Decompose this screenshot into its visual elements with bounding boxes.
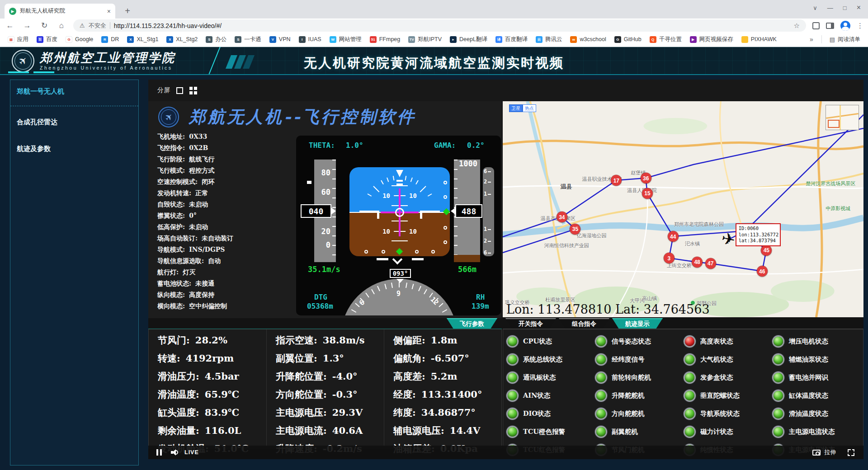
- bookmark-item[interactable]: 译 百度翻译: [492, 34, 531, 45]
- waypoint-marker[interactable]: 47: [705, 258, 716, 268]
- status-column-1: CPU状态系统总线状态通讯板状态AIN状态DIO状态TCU橙色报警TCU红色报警: [508, 332, 596, 448]
- waypoint-marker[interactable]: 45: [761, 245, 772, 255]
- single-view-icon[interactable]: [176, 87, 183, 94]
- home-icon[interactable]: ⌂: [56, 21, 67, 30]
- flight-status-row: 飞行阶段:航线飞行: [157, 155, 293, 167]
- bookmark-item[interactable]: 51 FFmpeg: [367, 35, 404, 44]
- snapshot-icon[interactable]: [812, 450, 821, 456]
- bookmark-item[interactable]: X XL_Stg2: [163, 35, 201, 44]
- overview-minimap[interactable]: [826, 105, 859, 130]
- browser-menu-icon[interactable]: ⋮: [857, 22, 863, 30]
- bookmark-item[interactable]: W 网站管理: [326, 34, 365, 45]
- waypoint-marker[interactable]: 36: [641, 173, 651, 183]
- led-indicator-icon: [508, 337, 517, 346]
- bookmark-item[interactable]: ▦ 应用: [5, 34, 32, 45]
- bookmarks-overflow-icon[interactable]: »: [806, 36, 817, 43]
- map-place-label: 上街立交桥: [667, 262, 692, 269]
- command-tab[interactable]: 航迹显示: [612, 318, 663, 329]
- waypoint-marker[interactable]: 17: [611, 175, 622, 186]
- telemetry-panel: 节风门:28.2%转速:4192rpm滑油压力:4.5bar滑油温度:65.9℃…: [148, 329, 502, 448]
- bookmark-item[interactable]: PIXHAWK: [738, 35, 780, 44]
- telemetry-column-1: 节风门:28.2%转速:4192rpm滑油压力:4.5bar滑油温度:65.9℃…: [149, 329, 266, 448]
- waypoint-marker[interactable]: 35: [570, 224, 580, 234]
- map-place-label: 亿海湿地公园: [577, 232, 607, 239]
- sidebar-item[interactable]: 合成孔径雷达: [10, 106, 138, 133]
- telemetry-row: 纬度:34.86877°: [393, 406, 501, 424]
- tab-close-icon[interactable]: ×: [107, 8, 111, 15]
- bookmark-item[interactable]: S 办公: [203, 34, 230, 45]
- window-maximize-icon[interactable]: □: [843, 5, 847, 11]
- bookmark-item[interactable]: I IUAS: [296, 35, 325, 44]
- led-indicator-icon: [774, 391, 783, 400]
- led-indicator-icon: [508, 391, 517, 400]
- volume-icon[interactable]: [171, 449, 178, 456]
- hotspot-button[interactable]: 热点: [523, 104, 536, 112]
- flight-status-row: 横向模态:空中纠偏控制: [157, 302, 293, 314]
- tab-flight-params[interactable]: 飞行参数: [447, 318, 497, 329]
- bookmark-item[interactable]: 云 腾讯云: [533, 34, 566, 45]
- bookmark-item[interactable]: Q 千寻位置: [646, 34, 685, 45]
- window-close-icon[interactable]: ×: [857, 4, 861, 12]
- flight-params-tab-row: 飞行参数: [148, 318, 502, 329]
- bookmark-item[interactable]: w w3cschool: [567, 35, 609, 44]
- browser-tab[interactable]: ▶ 郑航无人机研究院 ×: [5, 4, 115, 19]
- bookmark-item[interactable]: R DR: [98, 35, 122, 44]
- waypoint-marker[interactable]: 46: [757, 266, 767, 277]
- flight-status-row: 襟翼状态:0°: [157, 212, 293, 223]
- satellite-button[interactable]: 卫星: [509, 104, 523, 112]
- forward-icon[interactable]: →: [22, 21, 33, 30]
- window-minimize-icon[interactable]: —: [827, 5, 833, 11]
- pause-icon[interactable]: [156, 449, 162, 456]
- command-tab[interactable]: 开关指令: [505, 318, 556, 329]
- telemetry-column-3: 侧偏距:1.8m偏航角:-6.507°高度差:5.2m经度:113.31400°…: [384, 329, 501, 448]
- profile-avatar[interactable]: [840, 21, 850, 31]
- command-tab[interactable]: 组合指令: [559, 318, 609, 329]
- flight-director-center: [395, 208, 404, 217]
- fullscreen-icon[interactable]: [848, 449, 854, 456]
- flight-status-list: 飞机地址:0X33 飞控指令:0X2B 飞行阶段:航线飞行 飞行模式:程控方式 …: [157, 133, 293, 314]
- bookmark-item[interactable]: TV 郑航IPTV: [405, 34, 445, 45]
- waypoint-marker[interactable]: 15: [642, 188, 652, 198]
- sidebar-item[interactable]: 郑航一号无人机: [10, 80, 138, 106]
- bookmark-item[interactable]: ▶ 网页视频保存: [687, 34, 736, 45]
- reading-list-icon: ▤: [830, 36, 835, 43]
- side-panel-icon[interactable]: [826, 23, 834, 29]
- led-indicator-icon: [685, 337, 694, 346]
- map-panel[interactable]: 卫星 热点 温县赵堡镇温县职业技术学院温县人民医院温县产业集聚区亿海湿地公园河南…: [503, 101, 863, 317]
- led-indicator-icon: [508, 427, 517, 437]
- led-indicator-icon: [774, 409, 783, 418]
- browser-chrome: ▶ 郑航无人机研究院 × + ∨ — □ × ← → ↻ ⌂ ⚠ 不安全 htt…: [0, 0, 868, 47]
- tab-search-icon[interactable]: ∨: [813, 5, 817, 11]
- status-item: 增压电机状态: [774, 332, 862, 350]
- extensions-icon[interactable]: [812, 22, 820, 29]
- url-text[interactable]: http://114.115.223.241/hh-uav-video/#/: [114, 22, 790, 29]
- bookmark-item[interactable]: ▸ DeepL翻译: [447, 34, 491, 45]
- status-column-2: 信号姿态状态经纬度信号前轮转向舵机升降舵舵机方向舵舵机副翼舵机节风门舵机: [596, 332, 685, 448]
- address-bar[interactable]: ⚠ 不安全 http://114.115.223.241/hh-uav-vide…: [73, 19, 806, 32]
- bookmark-item[interactable]: G Google: [62, 35, 96, 44]
- flight-status-row: 发动机转速:正常: [157, 189, 293, 201]
- new-tab-button[interactable]: +: [121, 5, 134, 17]
- bookmark-item[interactable]: V VPN: [266, 35, 294, 44]
- waypoint-marker[interactable]: 34: [557, 212, 567, 222]
- reading-list-button[interactable]: ▤ 阅读清单: [826, 34, 863, 45]
- stretch-label[interactable]: 拉伸: [824, 448, 836, 456]
- flight-status-row: 航行灯:灯灭: [157, 268, 293, 280]
- bookmark-item[interactable]: 百 百度: [33, 34, 61, 45]
- gama-label: GAMA:: [434, 141, 456, 150]
- map-markers: 17361534354434847424546: [503, 101, 863, 317]
- back-icon[interactable]: ←: [5, 21, 15, 30]
- reload-icon[interactable]: ↻: [39, 21, 50, 30]
- flight-status-row: 飞控指令:0X2B: [157, 144, 293, 155]
- waypoint-marker[interactable]: 44: [668, 231, 678, 242]
- bookmark-item[interactable]: S 一卡通: [231, 34, 264, 45]
- sidebar-item[interactable]: 航迹及参数: [10, 133, 138, 160]
- bookmark-star-icon[interactable]: ☆: [794, 22, 800, 30]
- bookmark-item[interactable]: G GitHub: [611, 35, 645, 44]
- security-warning-icon[interactable]: ⚠: [80, 22, 85, 29]
- quad-view-icon[interactable]: [189, 87, 197, 94]
- waypoint-marker[interactable]: 48: [692, 257, 703, 267]
- waypoint-marker[interactable]: 3: [664, 253, 674, 263]
- bookmark-item[interactable]: X XL_Stg1: [124, 35, 161, 44]
- video-control-bar: LIVE 拉伸: [148, 446, 863, 459]
